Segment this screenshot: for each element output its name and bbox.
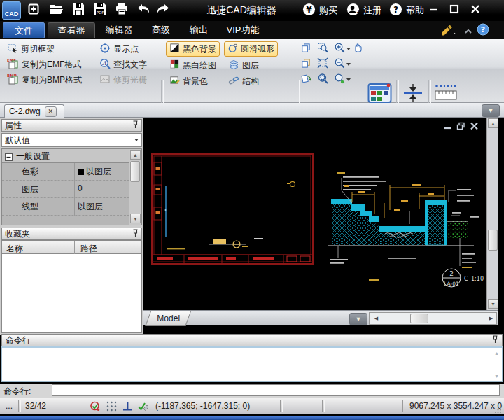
scroll-down-icon[interactable]: ▼ <box>488 299 498 309</box>
tab-vip[interactable]: VIP功能 <box>220 22 266 37</box>
maximize-button[interactable] <box>445 3 463 18</box>
zoom-realtime-button[interactable] <box>333 74 346 86</box>
scroll-left-icon[interactable]: ◀ <box>371 314 382 323</box>
redo-button[interactable] <box>155 2 172 19</box>
scrollbar-thumb[interactable] <box>488 230 498 251</box>
favorites-column-headers[interactable]: 名称 路径 <box>1 240 142 254</box>
cad-logo[interactable]: CAD <box>2 1 21 20</box>
mdi-close-icon[interactable] <box>470 120 479 133</box>
rotate-view-button[interactable] <box>300 74 312 86</box>
black-background-toggle[interactable]: 黑色背景 <box>166 41 220 57</box>
structure-button[interactable]: 结构 <box>225 74 262 88</box>
new-file-button[interactable] <box>25 2 42 19</box>
bw-drawing-button[interactable]: 黑白绘图 <box>167 58 219 72</box>
tab-editor[interactable]: 编辑器 <box>98 22 140 37</box>
zoom-previous-button[interactable] <box>316 74 329 86</box>
find-text-button[interactable]: A 查找文字 <box>97 57 150 71</box>
print-button[interactable] <box>113 2 130 19</box>
property-row[interactable]: 图层 0 <box>2 181 130 198</box>
pin-icon[interactable] <box>132 120 139 131</box>
property-name: 线型 <box>22 201 38 213</box>
zoom-extents-button[interactable] <box>316 58 329 71</box>
column-divider[interactable] <box>74 241 75 255</box>
property-row[interactable]: 线型 以图层 <box>2 198 130 216</box>
scrollbar-thumb[interactable] <box>130 161 140 182</box>
undo-button[interactable] <box>135 2 152 19</box>
layout-list-button[interactable]: ▼ <box>349 313 368 326</box>
document-tab[interactable]: C-2.dwg ✕ <box>4 104 64 118</box>
zoom-in-dropdown[interactable] <box>346 48 351 50</box>
command-input[interactable] <box>52 384 500 396</box>
tab-advanced[interactable]: 高级 <box>144 22 178 37</box>
smooth-arc-toggle[interactable]: 圆滑弧形 <box>224 41 278 57</box>
minimize-button[interactable] <box>424 3 442 18</box>
zoom-realtime-dropdown[interactable] <box>346 78 351 81</box>
save-button[interactable] <box>70 2 87 19</box>
show-points-button[interactable]: 显示点 <box>97 42 141 56</box>
properties-header[interactable]: 属性 <box>1 119 142 132</box>
mdi-minimize-icon[interactable] <box>443 120 452 133</box>
favorites-list[interactable] <box>1 254 142 333</box>
resize-grip[interactable] <box>495 405 502 412</box>
copy-bmp-button[interactable]: BMP 复制为BMP格式 <box>4 73 85 87</box>
copy-view-button[interactable] <box>300 43 312 55</box>
cad-drawing[interactable]: 2 LA-01 -C 1:10 <box>144 118 486 310</box>
osnap-toggle[interactable] <box>137 400 150 414</box>
file-menu-button[interactable]: 文件 <box>3 22 45 38</box>
trim-raster-icon <box>99 74 111 87</box>
close-button[interactable] <box>466 3 484 18</box>
scroll-up-icon[interactable]: ▲ <box>494 351 499 356</box>
drawing-viewport[interactable]: 2 LA-01 -C 1:10 <box>144 118 486 310</box>
preset-combobox[interactable]: 默认值 <box>1 133 142 147</box>
tab-output[interactable]: 输出 <box>182 22 216 37</box>
context-help-button[interactable]: ? <box>477 23 489 38</box>
zoom-window-button[interactable] <box>316 43 329 55</box>
background-color-button[interactable]: 背景色 <box>167 74 211 88</box>
command-input-row: 命令行: <box>0 384 504 398</box>
buy-button[interactable]: ¥ 购买 <box>302 4 337 18</box>
scrollbar-thumb[interactable] <box>410 314 428 323</box>
favorites-header[interactable]: 收藏夹 <box>1 227 142 240</box>
trim-raster-button[interactable]: 修剪光栅 <box>97 73 150 87</box>
copy-emf-button[interactable]: EMF 复制为EMF格式 <box>4 57 84 71</box>
property-row[interactable]: 色彩 以图层 <box>2 163 130 181</box>
scroll-down-icon[interactable]: ▼ <box>494 374 499 379</box>
ortho-toggle[interactable] <box>122 400 134 414</box>
ribbon-collapse-button[interactable] <box>463 25 473 38</box>
register-button[interactable]: + 注册 <box>346 4 382 18</box>
show-points-icon <box>99 43 111 56</box>
command-panel-header[interactable]: 命令行 <box>1 334 503 346</box>
scroll-down-icon[interactable]: ▼ <box>130 214 141 223</box>
model-tab[interactable]: Model <box>145 312 191 326</box>
status-overflow[interactable]: ... <box>6 401 13 411</box>
grid-toggle[interactable] <box>106 400 118 414</box>
snap-toggle[interactable] <box>90 400 102 414</box>
paste-view-button[interactable] <box>300 58 312 71</box>
mdi-restore-icon[interactable] <box>456 120 465 133</box>
open-file-button[interactable] <box>48 2 64 19</box>
tree-collapse-icon[interactable] <box>5 151 13 164</box>
pan-button[interactable] <box>351 42 364 55</box>
tab-list-button[interactable]: ▼ <box>482 104 500 117</box>
tab-viewer[interactable]: 查看器 <box>48 22 95 38</box>
scroll-up-icon[interactable]: ▲ <box>488 118 498 128</box>
cut-frame-button[interactable]: 剪切框架 <box>4 42 57 56</box>
quick-edit-button[interactable] <box>440 23 456 38</box>
scroll-right-icon[interactable]: ▶ <box>486 314 496 323</box>
save-pdf-button[interactable]: PDF <box>92 2 108 19</box>
canvas-vertical-scrollbar[interactable]: ▲ ▼ <box>486 118 498 310</box>
help-button[interactable]: ? 帮助 <box>389 4 424 18</box>
layers-button[interactable]: 图层 <box>225 58 262 72</box>
command-log[interactable]: ▲ ▼ <box>1 346 503 382</box>
pin-icon[interactable] <box>492 335 498 346</box>
property-grid: 一般设置 色彩 以图层 图层 0 线型 以图层 ▲ ▼ <box>1 148 142 225</box>
property-grid-scrollbar[interactable]: ▲ ▼ <box>129 149 141 225</box>
scroll-up-icon[interactable]: ▲ <box>130 150 141 160</box>
zoom-out-dropdown[interactable] <box>346 63 351 66</box>
document-close-button[interactable]: ✕ <box>45 106 57 117</box>
zoom-in-button[interactable] <box>333 43 346 55</box>
pin-icon[interactable] <box>132 229 139 239</box>
canvas-horizontal-scrollbar[interactable]: ◀ ▶ <box>369 312 497 325</box>
zoom-out-button[interactable] <box>333 58 346 71</box>
property-group-row[interactable]: 一般设置 <box>2 149 130 163</box>
